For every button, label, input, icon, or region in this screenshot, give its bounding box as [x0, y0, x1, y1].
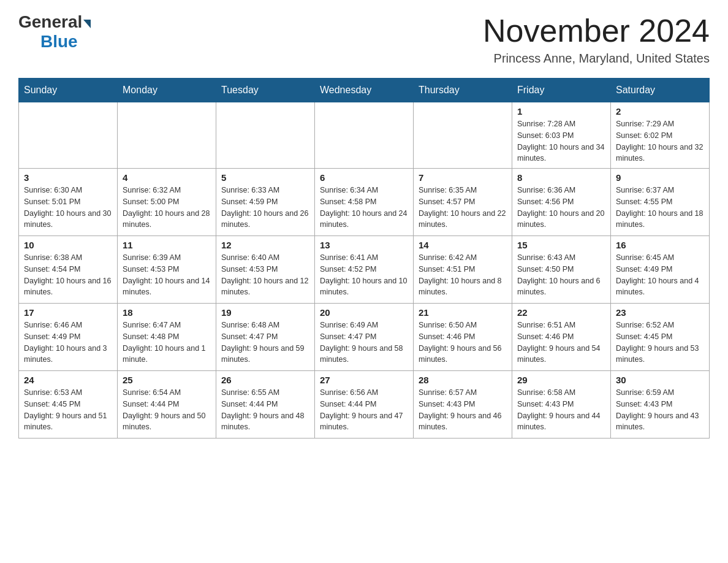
- day-info: Sunrise: 6:38 AMSunset: 4:54 PMDaylight:…: [24, 252, 112, 298]
- day-info: Sunrise: 6:35 AMSunset: 4:57 PMDaylight:…: [419, 185, 507, 231]
- calendar-cell: [414, 102, 512, 169]
- calendar-cell: 19Sunrise: 6:48 AMSunset: 4:47 PMDayligh…: [216, 304, 315, 371]
- day-number: 29: [517, 375, 605, 385]
- calendar-week-row: 1Sunrise: 7:28 AMSunset: 6:03 PMDaylight…: [19, 102, 710, 169]
- calendar-cell: 25Sunrise: 6:54 AMSunset: 4:44 PMDayligh…: [118, 371, 216, 439]
- calendar-cell: 21Sunrise: 6:50 AMSunset: 4:46 PMDayligh…: [414, 304, 512, 371]
- day-info: Sunrise: 6:36 AMSunset: 4:56 PMDaylight:…: [517, 185, 605, 231]
- calendar-header-row: SundayMondayTuesdayWednesdayThursdayFrid…: [19, 79, 710, 102]
- day-number: 8: [517, 172, 605, 183]
- day-number: 2: [616, 106, 704, 117]
- calendar-cell: 1Sunrise: 7:28 AMSunset: 6:03 PMDaylight…: [512, 102, 611, 169]
- day-number: 26: [221, 375, 309, 385]
- calendar-day-header: Monday: [118, 79, 216, 102]
- calendar-cell: 28Sunrise: 6:57 AMSunset: 4:43 PMDayligh…: [414, 371, 512, 439]
- calendar-cell: 18Sunrise: 6:47 AMSunset: 4:48 PMDayligh…: [118, 304, 216, 371]
- calendar-cell: [118, 102, 216, 169]
- calendar-cell: 14Sunrise: 6:42 AMSunset: 4:51 PMDayligh…: [414, 236, 512, 304]
- calendar-week-row: 10Sunrise: 6:38 AMSunset: 4:54 PMDayligh…: [19, 236, 710, 304]
- logo-general-label: General: [18, 12, 82, 32]
- logo: General Blue: [18, 12, 91, 52]
- day-info: Sunrise: 6:52 AMSunset: 4:45 PMDaylight:…: [616, 320, 704, 366]
- day-info: Sunrise: 6:47 AMSunset: 4:48 PMDaylight:…: [123, 320, 211, 366]
- calendar-cell: 3Sunrise: 6:30 AMSunset: 5:01 PMDaylight…: [19, 169, 118, 236]
- day-number: 16: [616, 240, 704, 250]
- day-info: Sunrise: 6:58 AMSunset: 4:43 PMDaylight:…: [517, 387, 605, 433]
- day-info: Sunrise: 6:40 AMSunset: 4:53 PMDaylight:…: [221, 252, 309, 298]
- day-info: Sunrise: 6:54 AMSunset: 4:44 PMDaylight:…: [123, 387, 211, 433]
- day-info: Sunrise: 6:43 AMSunset: 4:50 PMDaylight:…: [517, 252, 605, 298]
- calendar-cell: 26Sunrise: 6:55 AMSunset: 4:44 PMDayligh…: [216, 371, 315, 439]
- calendar-day-header: Sunday: [19, 79, 118, 102]
- day-number: 17: [24, 307, 112, 318]
- day-number: 13: [320, 240, 408, 250]
- day-number: 24: [24, 375, 112, 385]
- calendar-cell: [19, 102, 118, 169]
- day-number: 28: [419, 375, 507, 385]
- logo-arrow-icon: [83, 20, 91, 28]
- day-number: 1: [517, 106, 605, 117]
- calendar-day-header: Tuesday: [216, 79, 315, 102]
- logo-general-text: General: [18, 12, 91, 32]
- day-info: Sunrise: 7:28 AMSunset: 6:03 PMDaylight:…: [517, 118, 605, 164]
- calendar-cell: [315, 102, 414, 169]
- day-info: Sunrise: 6:45 AMSunset: 4:49 PMDaylight:…: [616, 252, 704, 298]
- day-info: Sunrise: 6:39 AMSunset: 4:53 PMDaylight:…: [123, 252, 211, 298]
- calendar-cell: 10Sunrise: 6:38 AMSunset: 4:54 PMDayligh…: [19, 236, 118, 304]
- logo-blue-label: Blue: [40, 32, 78, 52]
- day-info: Sunrise: 6:51 AMSunset: 4:46 PMDaylight:…: [517, 320, 605, 366]
- calendar-cell: 16Sunrise: 6:45 AMSunset: 4:49 PMDayligh…: [611, 236, 710, 304]
- calendar-cell: 24Sunrise: 6:53 AMSunset: 4:45 PMDayligh…: [19, 371, 118, 439]
- calendar-cell: 5Sunrise: 6:33 AMSunset: 4:59 PMDaylight…: [216, 169, 315, 236]
- day-number: 12: [221, 240, 309, 250]
- calendar-cell: 27Sunrise: 6:56 AMSunset: 4:44 PMDayligh…: [315, 371, 414, 439]
- calendar-week-row: 17Sunrise: 6:46 AMSunset: 4:49 PMDayligh…: [19, 304, 710, 371]
- day-info: Sunrise: 6:41 AMSunset: 4:52 PMDaylight:…: [320, 252, 408, 298]
- page-header: General Blue November 2024 Princess Anne…: [18, 12, 710, 66]
- calendar-cell: 29Sunrise: 6:58 AMSunset: 4:43 PMDayligh…: [512, 371, 611, 439]
- day-info: Sunrise: 6:33 AMSunset: 4:59 PMDaylight:…: [221, 185, 309, 231]
- day-info: Sunrise: 6:42 AMSunset: 4:51 PMDaylight:…: [419, 252, 507, 298]
- calendar-cell: 17Sunrise: 6:46 AMSunset: 4:49 PMDayligh…: [19, 304, 118, 371]
- day-number: 23: [616, 307, 704, 318]
- day-info: Sunrise: 6:53 AMSunset: 4:45 PMDaylight:…: [24, 387, 112, 433]
- calendar-day-header: Friday: [512, 79, 611, 102]
- calendar-cell: 7Sunrise: 6:35 AMSunset: 4:57 PMDaylight…: [414, 169, 512, 236]
- calendar-cell: 23Sunrise: 6:52 AMSunset: 4:45 PMDayligh…: [611, 304, 710, 371]
- day-info: Sunrise: 6:55 AMSunset: 4:44 PMDaylight:…: [221, 387, 309, 433]
- day-number: 21: [419, 307, 507, 318]
- calendar-cell: 30Sunrise: 6:59 AMSunset: 4:43 PMDayligh…: [611, 371, 710, 439]
- day-number: 22: [517, 307, 605, 318]
- calendar-cell: 13Sunrise: 6:41 AMSunset: 4:52 PMDayligh…: [315, 236, 414, 304]
- day-info: Sunrise: 6:30 AMSunset: 5:01 PMDaylight:…: [24, 185, 112, 231]
- calendar-cell: 22Sunrise: 6:51 AMSunset: 4:46 PMDayligh…: [512, 304, 611, 371]
- day-number: 30: [616, 375, 704, 385]
- day-info: Sunrise: 6:57 AMSunset: 4:43 PMDaylight:…: [419, 387, 507, 433]
- day-info: Sunrise: 7:29 AMSunset: 6:02 PMDaylight:…: [616, 118, 704, 164]
- calendar-table: SundayMondayTuesdayWednesdayThursdayFrid…: [18, 78, 710, 439]
- day-number: 5: [221, 172, 309, 183]
- title-section: November 2024 Princess Anne, Maryland, U…: [483, 12, 710, 66]
- day-info: Sunrise: 6:50 AMSunset: 4:46 PMDaylight:…: [419, 320, 507, 366]
- calendar-day-header: Saturday: [611, 79, 710, 102]
- calendar-cell: 9Sunrise: 6:37 AMSunset: 4:55 PMDaylight…: [611, 169, 710, 236]
- day-number: 6: [320, 172, 408, 183]
- day-number: 14: [419, 240, 507, 250]
- day-info: Sunrise: 6:56 AMSunset: 4:44 PMDaylight:…: [320, 387, 408, 433]
- calendar-cell: 4Sunrise: 6:32 AMSunset: 5:00 PMDaylight…: [118, 169, 216, 236]
- day-info: Sunrise: 6:32 AMSunset: 5:00 PMDaylight:…: [123, 185, 211, 231]
- day-info: Sunrise: 6:59 AMSunset: 4:43 PMDaylight:…: [616, 387, 704, 433]
- day-info: Sunrise: 6:46 AMSunset: 4:49 PMDaylight:…: [24, 320, 112, 366]
- calendar-cell: 2Sunrise: 7:29 AMSunset: 6:02 PMDaylight…: [611, 102, 710, 169]
- calendar-cell: 20Sunrise: 6:49 AMSunset: 4:47 PMDayligh…: [315, 304, 414, 371]
- calendar-day-header: Wednesday: [315, 79, 414, 102]
- calendar-week-row: 3Sunrise: 6:30 AMSunset: 5:01 PMDaylight…: [19, 169, 710, 236]
- day-number: 3: [24, 172, 112, 183]
- calendar-cell: 11Sunrise: 6:39 AMSunset: 4:53 PMDayligh…: [118, 236, 216, 304]
- day-number: 10: [24, 240, 112, 250]
- day-number: 18: [123, 307, 211, 318]
- day-info: Sunrise: 6:48 AMSunset: 4:47 PMDaylight:…: [221, 320, 309, 366]
- calendar-cell: 6Sunrise: 6:34 AMSunset: 4:58 PMDaylight…: [315, 169, 414, 236]
- day-number: 27: [320, 375, 408, 385]
- day-number: 9: [616, 172, 704, 183]
